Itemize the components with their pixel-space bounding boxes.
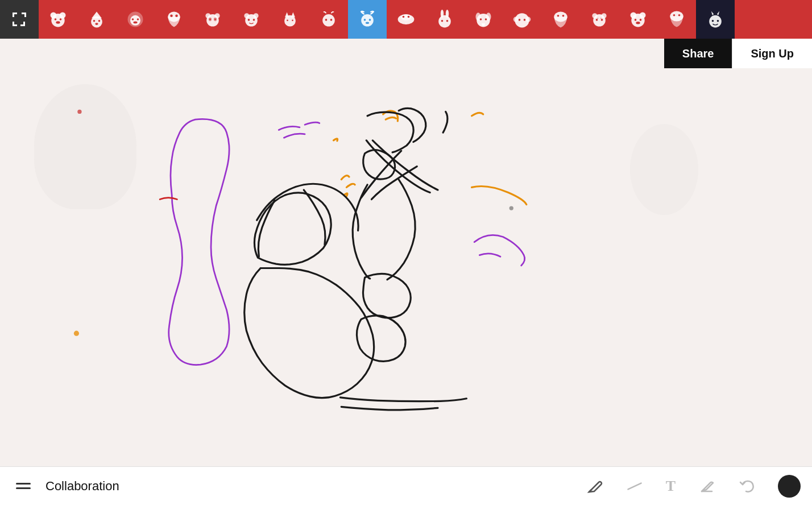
svg-point-70 — [597, 18, 598, 19]
avatar-bear1[interactable] — [39, 0, 77, 39]
svg-point-12 — [130, 15, 140, 26]
svg-point-64 — [562, 15, 565, 17]
undo-tool[interactable] — [738, 478, 755, 495]
svg-point-37 — [325, 19, 328, 21]
avatar-cobra1[interactable] — [155, 0, 193, 39]
avatar-cobra2[interactable] — [541, 0, 580, 39]
menu-icon[interactable] — [11, 478, 35, 494]
svg-point-15 — [133, 22, 137, 24]
svg-point-8 — [93, 20, 96, 22]
svg-point-36 — [322, 14, 335, 27]
svg-point-55 — [480, 18, 482, 20]
avatar-wolf[interactable] — [696, 0, 735, 39]
eraser-tool[interactable] — [698, 478, 715, 495]
svg-point-77 — [636, 22, 640, 24]
svg-point-7 — [91, 16, 102, 28]
watermark-1 — [34, 84, 136, 209]
svg-point-85 — [717, 20, 719, 22]
svg-point-50 — [441, 20, 444, 22]
svg-point-63 — [557, 15, 560, 17]
svg-point-44 — [401, 14, 411, 20]
page-title: Collaboration — [45, 479, 586, 494]
svg-point-41 — [369, 19, 371, 21]
svg-marker-82 — [717, 11, 720, 15]
svg-point-21 — [215, 13, 220, 18]
avatar-cat[interactable] — [271, 0, 309, 39]
avatar-elephant[interactable] — [464, 0, 503, 39]
svg-point-4 — [60, 18, 62, 20]
svg-point-83 — [709, 15, 722, 28]
svg-point-24 — [209, 19, 211, 20]
text-tool[interactable]: T — [666, 478, 676, 495]
svg-point-71 — [600, 18, 602, 19]
svg-point-1 — [51, 12, 57, 18]
avatar-goat[interactable] — [309, 0, 348, 39]
svg-point-68 — [596, 19, 598, 21]
svg-point-76 — [640, 19, 642, 21]
share-button[interactable]: Share — [664, 39, 732, 68]
drawing-tools: T — [586, 478, 755, 495]
expand-button[interactable] — [0, 0, 39, 39]
avatar-fox[interactable] — [77, 0, 116, 39]
avatar-bar — [0, 0, 812, 39]
avatar-lion[interactable] — [116, 0, 155, 39]
avatar-cobra3[interactable] — [657, 0, 696, 39]
line-tool[interactable] — [623, 475, 645, 496]
avatar-deer[interactable] — [348, 0, 387, 39]
svg-point-61 — [524, 19, 526, 21]
bottom-toolbar: Collaboration T — [0, 466, 812, 505]
svg-point-29 — [248, 19, 250, 21]
svg-point-75 — [635, 19, 637, 21]
watermark-2 — [630, 124, 698, 215]
svg-point-33 — [284, 15, 296, 27]
signup-button[interactable]: Sign Up — [732, 39, 812, 68]
svg-point-60 — [519, 19, 521, 21]
svg-point-35 — [292, 19, 293, 21]
pen-tool[interactable] — [586, 478, 603, 495]
svg-point-20 — [205, 13, 210, 18]
svg-point-84 — [712, 20, 714, 22]
svg-point-79 — [673, 14, 676, 16]
svg-point-66 — [592, 13, 597, 18]
svg-point-59 — [525, 17, 531, 22]
svg-point-38 — [330, 19, 333, 21]
avatar-bear2[interactable] — [619, 0, 657, 39]
svg-point-88 — [509, 206, 513, 210]
svg-point-74 — [640, 12, 646, 18]
avatar-raccoon[interactable] — [232, 0, 271, 39]
avatar-rabbit[interactable] — [425, 0, 464, 39]
svg-point-27 — [244, 13, 249, 18]
svg-point-40 — [364, 19, 366, 21]
avatar-hamster[interactable] — [503, 0, 541, 39]
svg-point-73 — [631, 12, 637, 18]
svg-point-5 — [56, 21, 60, 24]
hamburger-line-1 — [16, 483, 31, 485]
avatar-cheetah[interactable] — [580, 0, 619, 39]
color-picker[interactable] — [778, 475, 801, 498]
svg-line-89 — [628, 479, 641, 492]
svg-point-2 — [60, 12, 66, 18]
svg-point-18 — [175, 14, 178, 17]
svg-point-17 — [170, 14, 173, 17]
svg-point-39 — [361, 14, 374, 27]
svg-point-10 — [95, 23, 98, 25]
svg-point-9 — [98, 20, 101, 22]
avatar-croc[interactable] — [387, 0, 425, 39]
svg-point-34 — [287, 19, 288, 21]
svg-point-3 — [55, 18, 57, 20]
svg-point-46 — [408, 16, 410, 18]
svg-point-67 — [602, 13, 607, 18]
drawing-canvas[interactable] — [0, 39, 812, 466]
svg-point-56 — [485, 18, 487, 20]
svg-point-42 — [366, 22, 369, 24]
top-right-buttons: Share Sign Up — [664, 39, 812, 68]
svg-point-13 — [132, 18, 134, 20]
svg-point-58 — [513, 17, 519, 22]
svg-point-14 — [137, 18, 139, 20]
svg-point-25 — [214, 19, 216, 20]
svg-point-30 — [253, 19, 255, 21]
avatar-panda[interactable] — [193, 0, 232, 39]
svg-point-80 — [678, 14, 681, 16]
svg-point-28 — [254, 13, 259, 18]
svg-point-87 — [74, 331, 79, 336]
